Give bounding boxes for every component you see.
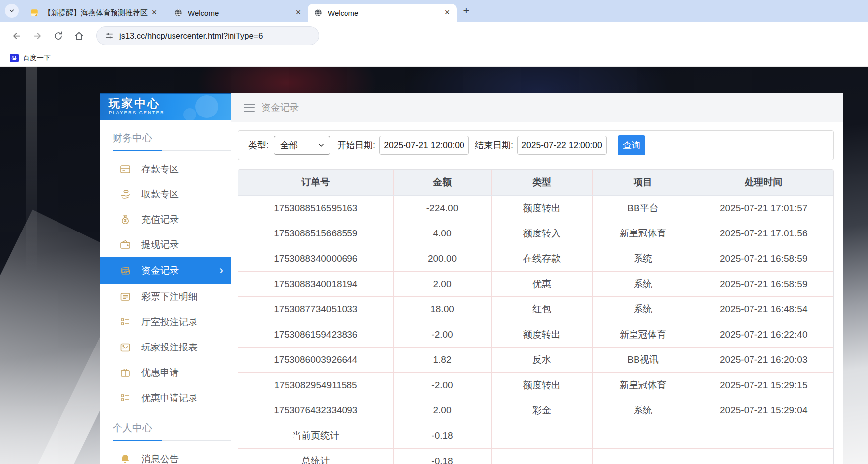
main-header: 资金记录 [231, 93, 843, 122]
table-cell: 2025-07-21 16:58:59 [694, 246, 833, 272]
table-row: 1753086159423836-2.00额度转出新皇冠体育2025-07-21… [238, 322, 833, 348]
sidebar-menu: 财务中心存款专区›取款专区›充值记录›提现记录›资金记录›彩票下注明细›厅室投注… [100, 131, 231, 464]
table-cell: 1753082954911585 [238, 373, 393, 398]
table-cell [491, 423, 592, 449]
tab-close-icon[interactable]: × [149, 7, 160, 18]
table-row: 17530860039266441.82反水BB视讯2025-07-21 16:… [238, 348, 833, 373]
table-cell [491, 449, 592, 464]
browser-tab[interactable]: 【新提醒】海燕体育预测推荐区× [24, 4, 164, 22]
main-panel: 资金记录 类型: 全部 开始日期: 结束日期: 查询 订单号金额类型项目处理时间 [231, 93, 843, 464]
sidebar-item-label: 存款专区 [141, 163, 179, 175]
tab-separator [166, 7, 166, 17]
table-cell: BB平台 [592, 196, 694, 221]
wallet-icon [119, 239, 131, 251]
summary-row: 当前页统计-0.18 [238, 423, 833, 449]
tab-title: Welcome [328, 9, 442, 17]
site-settings-icon[interactable] [105, 31, 114, 40]
column-header: 金额 [393, 170, 491, 196]
query-button[interactable]: 查询 [618, 135, 645, 155]
sidebar-item-withdraw-zone[interactable]: 取款专区› [100, 181, 231, 207]
back-arrow-icon [11, 31, 22, 41]
forward-arrow-icon [32, 31, 43, 41]
start-date-label: 开始日期: [337, 139, 375, 151]
filter-bar: 类型: 全部 开始日期: 结束日期: 查询 [238, 130, 834, 160]
column-header: 订单号 [238, 170, 393, 196]
end-date-input[interactable] [517, 136, 607, 155]
sidebar-item-recharge-records[interactable]: 充值记录› [100, 207, 231, 232]
sidebar-item-deposit-zone[interactable]: 存款专区› [100, 156, 231, 181]
table-row: 17530883400181942.00优惠系统2025-07-21 16:58… [238, 272, 833, 297]
table-cell: 2025-07-21 16:22:40 [694, 322, 833, 348]
withdraw-hand-icon [119, 188, 131, 200]
type-select[interactable]: 全部 [274, 136, 330, 155]
tab-close-icon[interactable]: × [442, 7, 453, 18]
reload-icon [53, 31, 63, 41]
table-cell: 总统计 [238, 449, 393, 464]
table-cell: 2.00 [393, 398, 491, 423]
baidu-icon [10, 54, 19, 62]
sidebar-item-label: 资金记录 [141, 264, 179, 277]
globe-icon [314, 8, 323, 17]
tab-strip: 【新提醒】海燕体育预测推荐区×Welcome×Welcome×+ [0, 0, 868, 22]
table-cell: 红包 [491, 297, 592, 322]
table-cell: 1753087734051033 [238, 297, 393, 322]
summary-row: 总统计-0.18 [238, 449, 833, 464]
table-cell [694, 423, 833, 449]
sidebar-item-label: 充值记录 [141, 213, 179, 226]
tab-close-icon[interactable]: × [293, 7, 304, 18]
browser-tab[interactable]: Welcome× [168, 4, 308, 22]
table-cell: -0.18 [393, 449, 491, 464]
table-cell: 1753088516595163 [238, 196, 393, 221]
table-cell: 2.00 [393, 272, 491, 297]
table-cell: 在线存款 [491, 246, 592, 272]
sidebar-subtitle: PLAYERS CENTER [109, 110, 231, 115]
browser-tab[interactable]: Welcome× [308, 4, 457, 22]
home-icon [74, 31, 84, 41]
back-button[interactable] [8, 27, 25, 44]
table-cell: 新皇冠体育 [592, 373, 694, 398]
table-cell: 2025-07-21 16:48:54 [694, 297, 833, 322]
sidebar-item-lottery-bet-details[interactable]: 彩票下注明细› [100, 284, 231, 309]
table-cell: 2025-07-21 16:58:59 [694, 272, 833, 297]
hamburger-menu-icon[interactable] [244, 104, 255, 112]
address-bar[interactable]: js13.cc/hhcp/usercenter.html?iniType=6 [96, 26, 319, 45]
new-tab-button[interactable]: + [460, 4, 473, 18]
table-cell [592, 423, 694, 449]
sidebar-item-promo-apply-records[interactable]: 优惠申请记录› [100, 385, 231, 410]
reload-button[interactable] [50, 27, 66, 44]
table-cell: 系统 [592, 398, 694, 423]
start-date-input[interactable] [379, 136, 469, 155]
home-button[interactable] [70, 27, 87, 44]
forward-button[interactable] [29, 27, 46, 44]
table-cell: 4.00 [393, 221, 491, 246]
browser-toolbar: js13.cc/hhcp/usercenter.html?iniType=6 [0, 22, 868, 50]
column-header: 处理时间 [694, 170, 833, 196]
table-cell: 新皇冠体育 [592, 322, 694, 348]
table-cell: BB视讯 [592, 348, 694, 373]
table-cell: 额度转入 [491, 221, 592, 246]
tab-title: Welcome [188, 9, 293, 17]
table-row: 1753082954911585-2.00额度转出新皇冠体育2025-07-21… [238, 373, 833, 398]
sidebar-item-label: 取款专区 [141, 188, 179, 201]
table-cell: 反水 [491, 348, 592, 373]
sidebar-item-player-bet-report[interactable]: 玩家投注报表› [100, 335, 231, 360]
bookmark-baidu[interactable]: 百度一下 [7, 52, 54, 64]
sidebar-item-withdraw-records[interactable]: 提现记录› [100, 232, 231, 257]
sidebar-item-funds-records[interactable]: 资金记录› [100, 257, 231, 284]
table-cell: 系统 [592, 246, 694, 272]
bookmarks-bar: 百度一下 [0, 50, 868, 67]
table-row: 17530764323340932.00彩金系统2025-07-21 15:29… [238, 398, 833, 423]
tab-search-button[interactable] [5, 4, 19, 18]
table-cell: 额度转出 [491, 373, 592, 398]
moneybag-icon [119, 214, 131, 226]
sidebar-item-hall-bet-records[interactable]: 厅室投注记录› [100, 309, 231, 335]
url-text[interactable]: js13.cc/hhcp/usercenter.html?iniType=6 [119, 31, 263, 41]
table-cell: 2025-07-21 16:20:03 [694, 348, 833, 373]
table-cell: 额度转出 [491, 322, 592, 348]
note-yellow-icon [30, 8, 39, 17]
sidebar-item-label: 优惠申请记录 [141, 392, 198, 405]
sidebar-item-message-board[interactable]: 消息公告› [100, 446, 231, 464]
type-label: 类型: [248, 139, 269, 151]
sidebar-item-promo-apply[interactable]: 优惠申请› [100, 360, 231, 385]
bell-icon [119, 453, 131, 464]
